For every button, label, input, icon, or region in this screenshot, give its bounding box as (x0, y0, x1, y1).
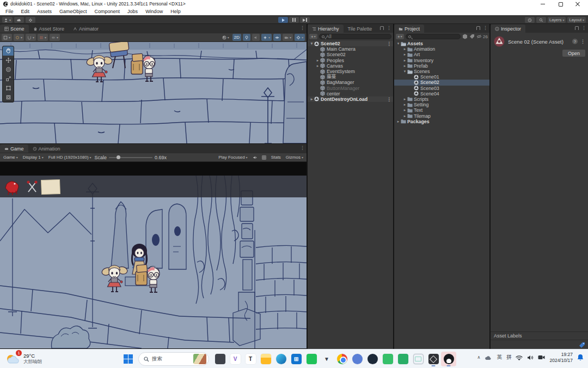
hierarchy-item[interactable]: BagManager ⋮ (308, 80, 393, 85)
asset-label-tag-icon[interactable] (579, 342, 585, 348)
foldout-arrow[interactable] (309, 41, 314, 46)
tab-tile-palette[interactable]: Tile Palette (344, 25, 377, 33)
project-item[interactable]: Art (394, 52, 489, 57)
taskbar-search-input[interactable]: 搜索 (138, 352, 209, 366)
play-button[interactable] (278, 17, 288, 23)
tab-asset-store[interactable]: Asset Store (29, 25, 69, 33)
project-add-button[interactable]: +▾ (396, 34, 404, 39)
tray-chevron-icon[interactable]: ∧ (477, 355, 481, 360)
project-search-input[interactable] (406, 34, 461, 39)
foldout-arrow[interactable] (402, 102, 407, 107)
minimize-button[interactable] (540, 1, 546, 7)
search-by-type-icon[interactable] (462, 34, 468, 39)
hierarchy-item[interactable]: ButtonManager ⋮ (308, 86, 393, 91)
tab-inspector[interactable]: Inspector (491, 25, 525, 33)
asset-labels-header[interactable]: Asset Labels (491, 331, 588, 340)
game-gizmos-dropdown[interactable]: Gizmos▾ (284, 154, 305, 161)
tool-settings-dropdown[interactable]: ▾ (2, 34, 12, 41)
hierarchy-item[interactable]: 藤蔓 ⋮ (308, 74, 393, 80)
menu-item[interactable]: Jobs (124, 8, 142, 15)
maximize-button[interactable] (558, 1, 563, 7)
foldout-arrow[interactable] (402, 64, 407, 68)
effects-dropdown[interactable]: ▾ (261, 34, 272, 41)
foldout-arrow[interactable] (396, 119, 401, 124)
project-item[interactable]: Assets (394, 41, 489, 46)
game-audio-toggle[interactable] (251, 154, 259, 161)
foldout-arrow[interactable] (402, 69, 407, 74)
menu-item[interactable]: Window (142, 8, 167, 15)
tab-hierarchy[interactable]: Hierarchy (308, 25, 344, 33)
gizmos-dropdown[interactable]: ▾ (295, 34, 305, 41)
resolution-dropdown[interactable]: Full HD (1920x1080)▾ (47, 154, 93, 161)
menu-item[interactable]: Edit (17, 8, 34, 15)
taskbar-icon-line[interactable] (304, 352, 319, 366)
asset-menu-icon[interactable]: ⋮ (580, 39, 585, 44)
hierarchy-item[interactable]: DontDestroyOnLoad ⋮ (308, 96, 393, 102)
snap-dropdown[interactable]: ▾ (26, 34, 36, 41)
game-target-dropdown[interactable]: Game▾ (2, 154, 20, 161)
foldout-arrow[interactable] (315, 58, 320, 63)
vsync-grid-button[interactable] (260, 154, 268, 161)
foldout-arrow[interactable] (402, 58, 407, 63)
taskbar-icon-chrome[interactable] (334, 352, 350, 366)
hand-tool[interactable] (3, 46, 14, 56)
taskbar-icon-visual-studio[interactable]: V (228, 352, 243, 366)
pivot-dropdown[interactable]: ▾ (14, 34, 24, 41)
tab-animation[interactable]: Animation (28, 144, 65, 153)
hierarchy-search-input[interactable]: All (319, 34, 391, 39)
menu-item[interactable]: Help (167, 8, 185, 15)
foldout-arrow[interactable] (315, 64, 320, 68)
foldout-arrow[interactable] (402, 108, 407, 112)
services-button[interactable] (26, 17, 35, 23)
draw-mode-dropdown[interactable]: ▾ (220, 34, 231, 41)
inspector-menu-icon[interactable]: ⋮ (581, 26, 586, 31)
move-tool[interactable] (3, 56, 14, 65)
foldout-arrow[interactable] (402, 47, 407, 51)
weather-widget[interactable]: 1 29°C 大部晴朗 (5, 352, 42, 365)
project-item[interactable]: Packages (394, 119, 489, 124)
help-icon[interactable]: ? (572, 39, 578, 44)
grid-snap-dropdown[interactable]: ▾ (38, 34, 48, 41)
taskbar-icon-typora[interactable]: T (243, 352, 258, 366)
pause-button[interactable] (289, 17, 299, 23)
display-dropdown[interactable]: Display 1▾ (21, 154, 45, 161)
tab-scene[interactable]: Scene (0, 25, 29, 33)
undo-history-button[interactable] (525, 17, 535, 23)
transform-tool[interactable] (3, 93, 14, 102)
hierarchy-item[interactable]: Canvas ⋮ (308, 63, 393, 69)
dock-icon[interactable] (476, 26, 480, 30)
ime-pinyin[interactable]: 拼 (506, 354, 512, 361)
rect-tool[interactable] (3, 83, 14, 93)
hierarchy-add-button[interactable]: +▾ (309, 34, 317, 39)
game-viewport[interactable] (0, 162, 307, 349)
layers-dropdown[interactable]: Layers▾ (548, 17, 566, 23)
onedrive-icon[interactable] (485, 355, 492, 360)
project-item[interactable]: Scene02 (394, 80, 489, 85)
hidden-objects-toggle[interactable] (273, 34, 281, 41)
project-item[interactable]: Scenes (394, 69, 489, 74)
wifi-icon[interactable] (516, 355, 523, 360)
game-menu-icon[interactable]: ⋮ (300, 146, 305, 150)
scale-track[interactable] (109, 157, 152, 158)
taskbar-icon-unity-hub[interactable] (426, 352, 441, 366)
rotate-tool[interactable] (3, 65, 14, 74)
menu-item[interactable]: File (2, 8, 17, 15)
tab-game[interactable]: Game (0, 144, 28, 153)
scene-viewport[interactable] (0, 42, 307, 143)
dock-icon[interactable] (380, 26, 384, 30)
lighting-toggle[interactable] (243, 34, 250, 41)
close-button[interactable] (575, 1, 580, 7)
taskbar-icon-app-blue[interactable] (350, 352, 365, 366)
project-item[interactable]: Scene04 (394, 91, 489, 96)
taskbar-icon-file-explorer[interactable] (258, 352, 273, 366)
taskbar-icon-remote-desktop[interactable] (411, 352, 426, 366)
notification-bell-icon[interactable] (577, 354, 584, 361)
scale-thumb[interactable] (117, 155, 120, 159)
layout-dropdown[interactable]: Layout▾ (567, 17, 586, 23)
search-button[interactable] (536, 17, 546, 23)
dock-icon[interactable] (575, 26, 579, 30)
taskbar-icon-qq[interactable] (441, 352, 456, 366)
project-item[interactable]: Text (394, 107, 489, 113)
hierarchy-item[interactable]: EventSystem ⋮ (308, 69, 393, 74)
menu-item[interactable]: GameObject (56, 8, 91, 15)
